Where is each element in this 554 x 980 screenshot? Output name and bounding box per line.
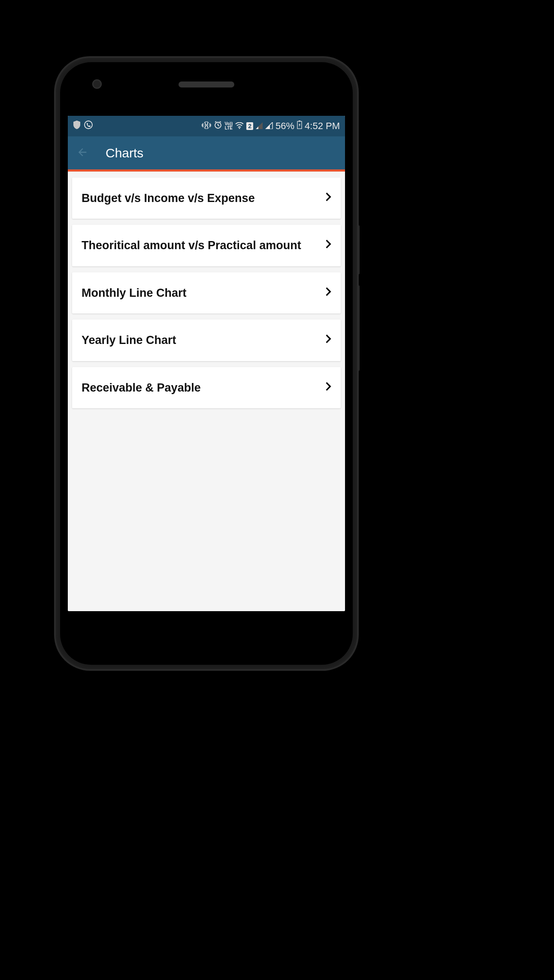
volte-icon: Vo)) LTE: [225, 122, 233, 130]
list-item-label: Theoritical amount v/s Practical amount: [82, 238, 325, 253]
svg-rect-4: [299, 121, 300, 121]
svg-point-2: [239, 128, 240, 129]
status-bar: Vo)) LTE 2 56% 4:52 PM: [68, 116, 345, 136]
vibrate-icon: [202, 121, 211, 132]
whatsapp-icon: [84, 121, 93, 132]
list-item-label: Monthly Line Chart: [82, 285, 325, 301]
signal-icon: [265, 121, 273, 132]
phone-camera: [92, 79, 102, 89]
list-item-label: Yearly Line Chart: [82, 332, 325, 348]
phone-frame: Vo)) LTE 2 56% 4:52 PM: [56, 58, 357, 669]
phone-power-button: [357, 225, 360, 274]
battery-text: 56%: [275, 121, 294, 132]
signal-weak-icon: [256, 121, 263, 132]
time-text: 4:52 PM: [305, 121, 340, 132]
list-item-receivable-payable[interactable]: Receivable & Payable: [72, 367, 341, 408]
list-item-label: Receivable & Payable: [82, 380, 325, 395]
chevron-right-icon: [325, 382, 331, 393]
screen: Vo)) LTE 2 56% 4:52 PM: [68, 116, 345, 611]
chevron-right-icon: [325, 192, 331, 203]
chevron-right-icon: [325, 287, 331, 298]
battery-charging-icon: [297, 121, 302, 132]
svg-point-0: [85, 121, 92, 129]
phone-speaker: [179, 81, 234, 87]
content-list: Budget v/s Income v/s Expense Theoritica…: [68, 172, 345, 420]
shield-icon: [73, 121, 81, 132]
list-item-label: Budget v/s Income v/s Expense: [82, 190, 325, 206]
sim-indicator: 2: [246, 122, 253, 130]
chevron-right-icon: [325, 239, 331, 250]
list-item-budget-income-expense[interactable]: Budget v/s Income v/s Expense: [72, 178, 341, 219]
chevron-right-icon: [325, 334, 331, 345]
status-left: [73, 121, 93, 132]
alarm-icon: [214, 121, 222, 132]
back-arrow-icon[interactable]: [76, 146, 88, 160]
list-item-monthly-line-chart[interactable]: Monthly Line Chart: [72, 272, 341, 314]
list-item-yearly-line-chart[interactable]: Yearly Line Chart: [72, 320, 341, 361]
page-title: Charts: [106, 146, 143, 160]
phone-volume-button: [357, 285, 360, 371]
list-item-theoretical-practical[interactable]: Theoritical amount v/s Practical amount: [72, 225, 341, 266]
app-bar: Charts: [68, 136, 345, 172]
status-right: Vo)) LTE 2 56% 4:52 PM: [202, 121, 340, 132]
wifi-icon: [235, 121, 244, 132]
